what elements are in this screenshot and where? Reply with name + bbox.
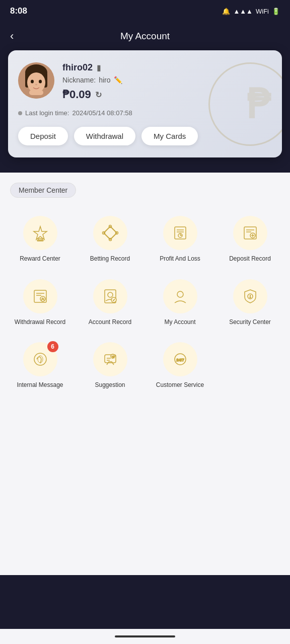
nickname-value: hiro bbox=[99, 76, 110, 84]
my-cards-button[interactable]: My Cards bbox=[141, 127, 198, 145]
betting-record-label: Betting Record bbox=[90, 255, 130, 263]
account-record-label: Account Record bbox=[89, 318, 131, 327]
withdrawal-record-icon-circle bbox=[23, 279, 57, 313]
status-time: 8:08 bbox=[10, 6, 27, 16]
account-record-icon-circle bbox=[93, 279, 127, 313]
status-bar: 8:08 🔔 ▲▲▲ WiFi 🔋 bbox=[0, 0, 290, 22]
menu-item-security-center[interactable]: Security Center bbox=[215, 271, 285, 335]
last-login: Last login time: 2024/05/14 08:07:58 bbox=[18, 109, 272, 117]
withdrawal-icon bbox=[32, 288, 49, 305]
edit-icon[interactable]: ✏️ bbox=[114, 76, 122, 84]
message-icon bbox=[32, 351, 49, 368]
login-status-dot bbox=[18, 111, 22, 115]
menu-item-betting-record[interactable]: Betting Record bbox=[75, 208, 145, 271]
refresh-icon[interactable]: ↻ bbox=[95, 90, 102, 100]
customer-service-label: Customer Service bbox=[156, 381, 204, 389]
svg-text:★: ★ bbox=[111, 355, 114, 358]
menu-item-deposit-record[interactable]: Deposit Record bbox=[215, 208, 285, 271]
my-account-icon bbox=[172, 288, 189, 305]
svg-text:24/7: 24/7 bbox=[176, 358, 184, 362]
page-title: My Account bbox=[120, 31, 170, 42]
deposit-button[interactable]: Deposit bbox=[18, 127, 68, 145]
customer-service-icon-circle: 24/7 bbox=[163, 342, 197, 376]
main-content: Member Center Reward Center bbox=[0, 173, 290, 575]
nickname-label: Nickname: bbox=[62, 76, 96, 84]
bottom-bar bbox=[0, 629, 290, 644]
deposit-record-label: Deposit Record bbox=[229, 255, 271, 263]
home-indicator bbox=[115, 635, 175, 637]
menu-item-reward-center[interactable]: Reward Center bbox=[5, 208, 75, 271]
svg-point-5 bbox=[31, 80, 34, 84]
profit-loss-label: Profit And Loss bbox=[160, 255, 200, 263]
svg-point-38 bbox=[108, 292, 113, 297]
copy-icon[interactable]: ▮ bbox=[97, 63, 101, 72]
security-icon bbox=[242, 288, 259, 305]
member-center-tag: Member Center bbox=[10, 183, 76, 198]
member-center-section: Member Center bbox=[0, 173, 290, 203]
bell-icon: 🔔 bbox=[222, 8, 230, 15]
last-login-time: 2024/05/14 08:07:58 bbox=[72, 109, 132, 117]
account-record-icon bbox=[102, 288, 119, 305]
battery-icon: 🔋 bbox=[272, 8, 280, 15]
action-buttons: Deposit Withdrawal My Cards bbox=[18, 127, 272, 145]
deposit-record-icon-circle bbox=[233, 216, 267, 250]
nickname-row: Nickname: hiro ✏️ bbox=[62, 76, 272, 84]
balance-value: ₱0.09 bbox=[62, 88, 91, 101]
svg-point-44 bbox=[34, 353, 46, 365]
message-badge: 6 bbox=[47, 341, 58, 352]
trophy-icon bbox=[32, 224, 49, 242]
svg-rect-8 bbox=[29, 90, 43, 95]
betting-icon bbox=[102, 224, 119, 242]
suggestion-label: Suggestion bbox=[95, 381, 125, 389]
svg-point-40 bbox=[177, 291, 183, 297]
reward-center-label: Reward Center bbox=[20, 255, 60, 263]
suggestion-icon-circle: ★ bbox=[93, 342, 127, 376]
withdrawal-record-label: Withdrawal Record bbox=[15, 318, 65, 327]
header: ‹ My Account bbox=[0, 22, 290, 50]
profit-loss-icon-circle bbox=[163, 216, 197, 250]
balance: ₱0.09 ↻ bbox=[62, 88, 272, 101]
deposit-icon bbox=[242, 224, 259, 242]
profile-top: fhiro02 ▮ Nickname: hiro ✏️ ₱0.09 ↻ bbox=[18, 62, 272, 101]
withdrawal-button[interactable]: Withdrawal bbox=[74, 127, 135, 145]
internal-message-label: Internal Message bbox=[17, 381, 63, 389]
reward-center-icon-circle bbox=[23, 216, 57, 250]
wifi-icon: WiFi bbox=[256, 8, 269, 15]
my-account-label: My Account bbox=[164, 318, 195, 327]
last-login-label: Last login time: bbox=[25, 109, 69, 117]
back-button[interactable]: ‹ bbox=[10, 30, 14, 43]
betting-record-icon-circle bbox=[93, 216, 127, 250]
menu-item-my-account[interactable]: My Account bbox=[145, 271, 215, 335]
profile-info: fhiro02 ▮ Nickname: hiro ✏️ ₱0.09 ↻ bbox=[62, 62, 272, 101]
menu-item-internal-message[interactable]: 6 Internal Message bbox=[5, 334, 75, 397]
suggestion-icon: ★ bbox=[102, 351, 119, 368]
menu-item-withdrawal-record[interactable]: Withdrawal Record bbox=[5, 271, 75, 335]
top-section: fhiro02 ▮ Nickname: hiro ✏️ ₱0.09 ↻ Last… bbox=[0, 50, 290, 173]
menu-grid: Reward Center Betting Record bbox=[0, 203, 290, 403]
menu-item-suggestion[interactable]: ★ Suggestion bbox=[75, 334, 145, 397]
username: fhiro02 bbox=[62, 62, 93, 73]
menu-item-customer-service[interactable]: 24/7 Customer Service bbox=[145, 334, 215, 397]
svg-rect-10 bbox=[37, 240, 43, 241]
internal-message-icon-circle: 6 bbox=[23, 342, 57, 376]
menu-item-account-record[interactable]: Account Record bbox=[75, 271, 145, 335]
svg-point-7 bbox=[35, 84, 37, 86]
status-icons: 🔔 ▲▲▲ WiFi 🔋 bbox=[222, 8, 280, 15]
svg-point-43 bbox=[250, 297, 251, 298]
my-account-icon-circle bbox=[163, 279, 197, 313]
customer-service-icon: 24/7 bbox=[172, 351, 189, 368]
signal-icon: ▲▲▲ bbox=[233, 8, 253, 15]
menu-item-profit-loss[interactable]: Profit And Loss bbox=[145, 208, 215, 271]
svg-point-6 bbox=[39, 80, 42, 84]
security-center-label: Security Center bbox=[229, 318, 271, 327]
username-row: fhiro02 ▮ bbox=[62, 62, 272, 73]
svg-point-4 bbox=[27, 72, 45, 93]
avatar bbox=[18, 62, 54, 99]
profile-card: fhiro02 ▮ Nickname: hiro ✏️ ₱0.09 ↻ Last… bbox=[8, 50, 282, 157]
security-center-icon-circle bbox=[233, 279, 267, 313]
profit-icon bbox=[172, 224, 189, 242]
